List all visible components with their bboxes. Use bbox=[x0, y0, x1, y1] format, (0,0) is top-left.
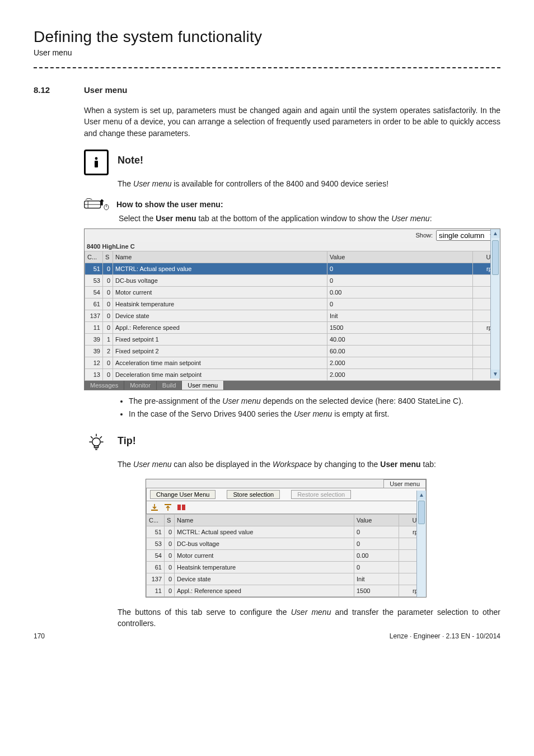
upload-icon[interactable] bbox=[163, 503, 172, 512]
table-cell: Fixed setpoint 2 bbox=[113, 345, 327, 357]
download-icon[interactable] bbox=[150, 503, 159, 512]
howto-body: Select the User menu tab at the bottom o… bbox=[119, 214, 500, 223]
tab-messages[interactable]: Messages bbox=[85, 381, 124, 390]
b1-post: depends on the selected device (here: 84… bbox=[261, 396, 463, 405]
svg-point-7 bbox=[92, 438, 100, 446]
table-cell: 60.00 bbox=[327, 345, 473, 357]
table-cell: Motor current bbox=[113, 286, 327, 298]
col-value[interactable]: Value bbox=[327, 251, 473, 263]
table-row[interactable]: 540Motor current0.00A bbox=[85, 286, 500, 298]
table-row[interactable]: 110Appl.: Reference speed1500rpm bbox=[85, 321, 500, 333]
table-cell: DC-bus voltage bbox=[175, 538, 354, 549]
col-s[interactable]: S bbox=[165, 514, 175, 526]
table-cell: 12 bbox=[85, 357, 103, 368]
tab-monitor[interactable]: Monitor bbox=[124, 381, 157, 390]
table-row[interactable]: 610Heatsink temperature0°C bbox=[85, 298, 500, 310]
divider bbox=[34, 67, 500, 68]
howto-text-mid: tab at the bottom of the application win… bbox=[196, 214, 392, 223]
table-cell: 51 bbox=[85, 263, 103, 274]
mouse-icon bbox=[84, 198, 111, 211]
table-cell: 0 bbox=[327, 274, 473, 286]
col-c[interactable]: C... bbox=[85, 251, 103, 263]
table-cell: 0 bbox=[327, 298, 473, 310]
table-cell: 53 bbox=[147, 538, 165, 549]
col-s[interactable]: S bbox=[103, 251, 113, 263]
scrollbar[interactable]: ▲ ▼ bbox=[490, 229, 500, 379]
workspace-icon-row bbox=[146, 501, 426, 514]
restore-selection-button[interactable]: Restore selection bbox=[291, 490, 351, 499]
table-cell: Device state bbox=[175, 573, 354, 585]
scroll-up-icon[interactable]: ▲ bbox=[491, 229, 500, 238]
table-row[interactable]: 130Deceleration time main setpoint2.000s bbox=[85, 368, 500, 380]
tab-build[interactable]: Build bbox=[157, 381, 182, 390]
table-row[interactable]: 110Appl.: Reference speed1500rpm bbox=[147, 585, 426, 596]
table-cell: Heatsink temperature bbox=[113, 298, 327, 310]
tip-post: tab: bbox=[421, 460, 436, 469]
table-cell: 0.00 bbox=[354, 549, 399, 561]
tip-em1: User menu bbox=[133, 460, 171, 469]
table-cell: Acceleration time main setpoint bbox=[113, 357, 327, 368]
col-value[interactable]: Value bbox=[354, 514, 399, 526]
compare-icon[interactable] bbox=[177, 503, 186, 512]
tip-pre: The bbox=[118, 460, 133, 469]
table-row[interactable]: 610Heatsink temperature0°C bbox=[147, 561, 426, 573]
table-cell: Device state bbox=[113, 310, 327, 321]
page-footer: 170 Lenze · Engineer · 2.13 EN - 10/2014 bbox=[34, 632, 500, 640]
table-cell: Appl.: Reference speed bbox=[113, 321, 327, 333]
table-cell: 1 bbox=[103, 333, 113, 345]
table-cell: 137 bbox=[147, 573, 165, 585]
tip-callout: Tip! bbox=[84, 431, 500, 455]
intro-text: When a system is set up, parameters must… bbox=[84, 106, 500, 138]
table-row[interactable]: 1370Device stateInit bbox=[147, 573, 426, 585]
svg-rect-9 bbox=[165, 504, 171, 505]
table-row[interactable]: 530DC-bus voltage0V bbox=[85, 274, 500, 286]
table-row[interactable]: 392Fixed setpoint 260.00% bbox=[85, 345, 500, 357]
table-cell: 39 bbox=[85, 333, 103, 345]
scroll-up-icon[interactable]: ▲ bbox=[417, 491, 426, 500]
table-cell: MCTRL: Actual speed value bbox=[113, 263, 327, 274]
scroll-thumb[interactable] bbox=[418, 501, 425, 524]
svg-rect-11 bbox=[182, 505, 185, 510]
table-row[interactable]: 510MCTRL: Actual speed value0rpm bbox=[85, 263, 500, 274]
svg-rect-1 bbox=[95, 161, 98, 167]
col-name[interactable]: Name bbox=[175, 514, 354, 526]
tip-after-paragraph: The buttons of this tab serve to configu… bbox=[118, 606, 500, 629]
screenshot-user-menu-tab: Show: single column 8400 HighLine C C...… bbox=[84, 228, 500, 390]
table-cell: 137 bbox=[85, 310, 103, 321]
table-header-row: C... S Name Value Unit bbox=[147, 514, 426, 526]
scrollbar[interactable]: ▲ bbox=[416, 491, 426, 597]
howto-text-em: User menu bbox=[391, 214, 429, 223]
param-table: C... S Name Value Unit 510MCTRL: Actual … bbox=[85, 251, 500, 381]
svg-rect-8 bbox=[151, 510, 158, 511]
col-c[interactable]: C... bbox=[147, 514, 165, 526]
table-row[interactable]: 530DC-bus voltage0V bbox=[147, 538, 426, 549]
table-row[interactable]: 1370Device stateInit bbox=[85, 310, 500, 321]
table-cell: 13 bbox=[85, 368, 103, 380]
table-row[interactable]: 540Motor current0.00A bbox=[147, 549, 426, 561]
table-cell: 0 bbox=[165, 526, 175, 538]
chapter-subtitle: User menu bbox=[34, 48, 500, 57]
note-body: The User menu is available for controlle… bbox=[118, 179, 500, 188]
b1-pre: The pre-assignment of the bbox=[129, 396, 222, 405]
table-row[interactable]: 391Fixed setpoint 140.00% bbox=[85, 333, 500, 345]
store-selection-button[interactable]: Store selection bbox=[227, 490, 280, 499]
workspace-tab-user-menu[interactable]: User menu bbox=[383, 479, 426, 488]
table-row[interactable]: 510MCTRL: Actual speed value0rpm bbox=[147, 526, 426, 538]
tab-user-menu[interactable]: User menu bbox=[182, 381, 224, 390]
change-user-menu-button[interactable]: Change User Menu bbox=[150, 490, 216, 499]
doc-version: Lenze · Engineer · 2.13 EN - 10/2014 bbox=[390, 632, 500, 640]
tip-em2: Workspace bbox=[273, 460, 312, 469]
table-cell: 51 bbox=[147, 526, 165, 538]
table-row[interactable]: 120Acceleration time main setpoint2.000s bbox=[85, 357, 500, 368]
table-cell: 0 bbox=[165, 561, 175, 573]
table-cell: MCTRL: Actual speed value bbox=[175, 526, 354, 538]
table-cell: Init bbox=[354, 573, 399, 585]
col-name[interactable]: Name bbox=[113, 251, 327, 263]
scroll-down-icon[interactable]: ▼ bbox=[491, 370, 500, 379]
intro-paragraph: When a system is set up, parameters must… bbox=[84, 105, 500, 139]
table-cell: 0 bbox=[327, 263, 473, 274]
scroll-thumb[interactable] bbox=[492, 240, 499, 275]
table-cell: Deceleration time main setpoint bbox=[113, 368, 327, 380]
table-cell: 0 bbox=[103, 274, 113, 286]
show-dropdown[interactable]: single column bbox=[436, 230, 498, 241]
